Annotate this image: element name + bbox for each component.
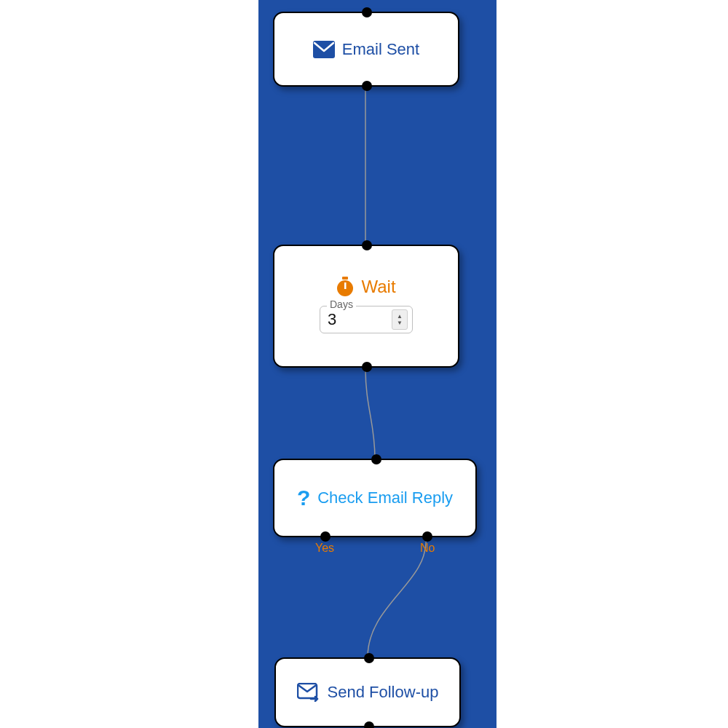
question-icon: ? (297, 486, 310, 510)
chevron-down-icon: ▼ (397, 320, 403, 326)
days-stepper[interactable]: ▲ ▼ (392, 309, 408, 330)
node-handle-no[interactable] (422, 531, 432, 542)
chevron-up-icon: ▲ (397, 313, 403, 320)
node-handle-bottom[interactable] (364, 721, 374, 728)
node-handle-top[interactable] (364, 653, 374, 663)
flow-canvas[interactable]: Email Sent Wait Days 3 (258, 0, 496, 728)
email-icon (313, 41, 335, 58)
branch-label-yes: Yes (315, 542, 334, 555)
node-follow-up[interactable]: Send Follow-up (274, 657, 461, 727)
node-handle-bottom[interactable] (362, 81, 372, 91)
node-title: Send Follow-up (328, 683, 439, 702)
node-handle-top[interactable] (362, 240, 372, 250)
node-email-sent[interactable]: Email Sent (273, 12, 459, 87)
node-handle-bottom[interactable] (362, 362, 372, 372)
node-title: Wait (361, 277, 395, 297)
node-title: Check Email Reply (317, 488, 453, 507)
node-handle-top[interactable] (371, 454, 381, 464)
node-wait[interactable]: Wait Days 3 ▲ ▼ (273, 245, 459, 368)
node-title: Email Sent (342, 40, 419, 59)
days-value: 3 (328, 310, 336, 329)
svg-rect-1 (342, 277, 348, 280)
node-check-reply[interactable]: ? Check Email Reply Yes No (273, 459, 477, 537)
email-send-icon (297, 683, 320, 702)
branch-label-no: No (420, 542, 435, 555)
timer-icon (336, 277, 354, 297)
node-handle-top[interactable] (362, 7, 372, 17)
svg-rect-3 (344, 282, 347, 289)
node-handle-yes[interactable] (320, 531, 331, 542)
days-legend: Days (327, 298, 356, 310)
